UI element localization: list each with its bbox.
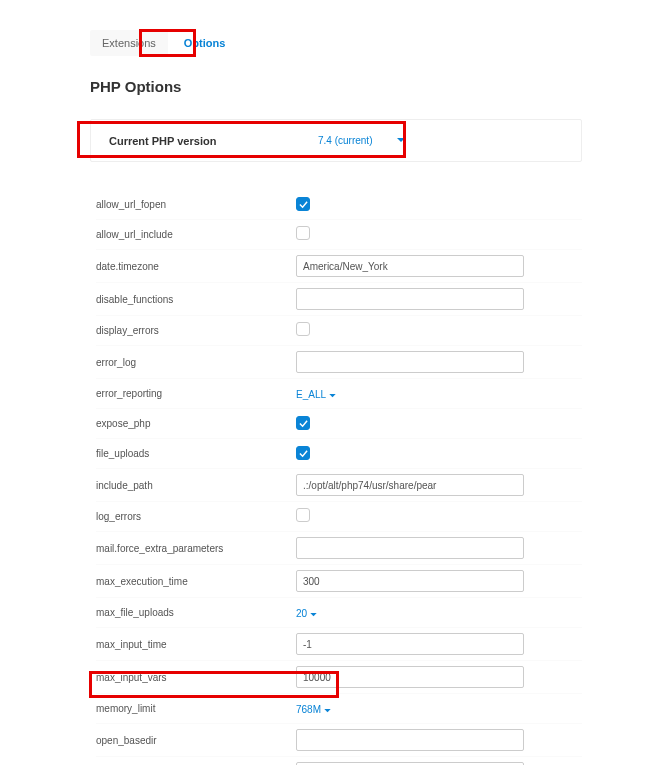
option-row-display_errors: display_errors	[96, 316, 582, 346]
tabs: Extensions Options	[90, 30, 582, 56]
option-control	[296, 474, 582, 496]
option-label: allow_url_fopen	[96, 199, 296, 210]
option-label: file_uploads	[96, 448, 296, 459]
select-value: 20	[296, 608, 307, 619]
option-label: allow_url_include	[96, 229, 296, 240]
input-date-timezone[interactable]	[296, 255, 524, 277]
page-title: PHP Options	[90, 78, 582, 95]
input-open_basedir[interactable]	[296, 729, 524, 751]
option-label: display_errors	[96, 325, 296, 336]
option-control	[296, 416, 582, 431]
option-row-expose_php: expose_php	[96, 409, 582, 439]
option-label: date.timezone	[96, 261, 296, 272]
option-row-include_path: include_path	[96, 469, 582, 502]
option-label: max_file_uploads	[96, 607, 296, 618]
input-error_log[interactable]	[296, 351, 524, 373]
option-row-allow_url_include: allow_url_include	[96, 220, 582, 250]
select-memory_limit[interactable]: 768M	[296, 704, 331, 715]
checkbox-display_errors[interactable]	[296, 322, 310, 336]
select-value: E_ALL	[296, 389, 326, 400]
option-control	[296, 666, 582, 688]
option-control	[296, 570, 582, 592]
option-row-file_uploads: file_uploads	[96, 439, 582, 469]
option-row-max_input_time: max_input_time	[96, 628, 582, 661]
option-row-output_buffering: output_buffering	[96, 757, 582, 765]
option-row-memory_limit: memory_limit768M	[96, 694, 582, 724]
option-control	[296, 446, 582, 461]
option-row-allow_url_fopen: allow_url_fopen	[96, 190, 582, 220]
option-row-date-timezone: date.timezone	[96, 250, 582, 283]
option-label: open_basedir	[96, 735, 296, 746]
checkbox-allow_url_fopen[interactable]	[296, 197, 310, 211]
input-max_input_time[interactable]	[296, 633, 524, 655]
option-label: disable_functions	[96, 294, 296, 305]
option-row-open_basedir: open_basedir	[96, 724, 582, 757]
option-row-log_errors: log_errors	[96, 502, 582, 532]
option-control	[296, 729, 582, 751]
option-label: memory_limit	[96, 703, 296, 714]
option-control: 20	[296, 606, 582, 620]
option-row-disable_functions: disable_functions	[96, 283, 582, 316]
option-row-max_file_uploads: max_file_uploads20	[96, 598, 582, 628]
caret-down-icon	[329, 389, 336, 400]
option-control	[296, 322, 582, 339]
option-row-max_execution_time: max_execution_time	[96, 565, 582, 598]
php-version-label: Current PHP version	[109, 135, 309, 147]
input-include_path[interactable]	[296, 474, 524, 496]
option-label: max_execution_time	[96, 576, 296, 587]
option-label: max_input_time	[96, 639, 296, 650]
option-label: max_input_vars	[96, 672, 296, 683]
select-value: 768M	[296, 704, 321, 715]
input-max_input_vars[interactable]	[296, 666, 524, 688]
select-error_reporting[interactable]: E_ALL	[296, 389, 336, 400]
option-control	[296, 537, 582, 559]
option-control: E_ALL	[296, 387, 582, 401]
option-label: mail.force_extra_parameters	[96, 543, 296, 554]
select-max_file_uploads[interactable]: 20	[296, 608, 317, 619]
input-disable_functions[interactable]	[296, 288, 524, 310]
option-control	[296, 633, 582, 655]
php-version-bar: Current PHP version 7.4 (current)	[90, 119, 582, 162]
checkbox-expose_php[interactable]	[296, 416, 310, 430]
option-control	[296, 508, 582, 525]
php-version-value: 7.4 (current)	[318, 135, 372, 146]
option-label: log_errors	[96, 511, 296, 522]
option-label: error_reporting	[96, 388, 296, 399]
tab-extensions[interactable]: Extensions	[90, 30, 168, 56]
option-row-max_input_vars: max_input_vars	[96, 661, 582, 694]
option-label: include_path	[96, 480, 296, 491]
caret-down-icon	[324, 704, 331, 715]
input-mail-force_extra_parameters[interactable]	[296, 537, 524, 559]
checkbox-allow_url_include[interactable]	[296, 226, 310, 240]
caret-down-icon	[310, 608, 317, 619]
checkbox-log_errors[interactable]	[296, 508, 310, 522]
option-row-mail-force_extra_parameters: mail.force_extra_parameters	[96, 532, 582, 565]
tab-options[interactable]: Options	[172, 30, 238, 56]
option-control	[296, 351, 582, 373]
option-row-error_reporting: error_reportingE_ALL	[96, 379, 582, 409]
caret-down-icon	[397, 138, 405, 143]
php-version-select[interactable]: 7.4 (current)	[309, 130, 414, 151]
options-list: allow_url_fopenallow_url_includedate.tim…	[90, 190, 582, 765]
option-label: expose_php	[96, 418, 296, 429]
option-control	[296, 197, 582, 212]
option-label: error_log	[96, 357, 296, 368]
option-control: 768M	[296, 702, 582, 716]
option-control	[296, 288, 582, 310]
checkbox-file_uploads[interactable]	[296, 446, 310, 460]
input-max_execution_time[interactable]	[296, 570, 524, 592]
option-control	[296, 226, 582, 243]
option-control	[296, 255, 582, 277]
option-row-error_log: error_log	[96, 346, 582, 379]
